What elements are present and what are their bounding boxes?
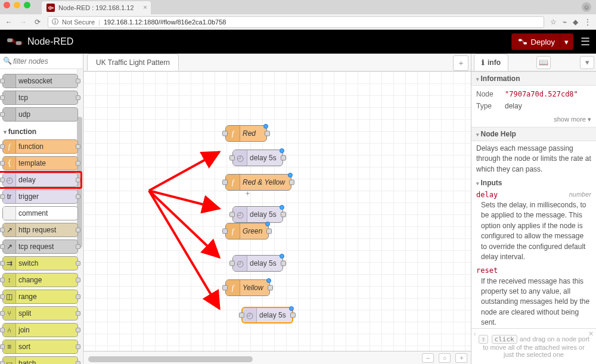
zoom-out-button[interactable]: −	[422, 353, 434, 363]
info-type-value: delay	[505, 100, 591, 112]
input-port[interactable]	[222, 285, 228, 291]
palette-category-function[interactable]: function	[4, 127, 78, 136]
output-port[interactable]	[281, 261, 286, 266]
app-title: Node-RED	[27, 36, 73, 47]
tip-line2: to move all of the attached wires or	[483, 344, 585, 351]
maximize-icon[interactable]	[24, 2, 30, 8]
palette-node-template[interactable]: {template	[2, 156, 78, 170]
omnibox-icon[interactable]: ⌁	[563, 18, 567, 26]
deploy-label: Deploy	[531, 38, 555, 46]
section-information[interactable]: Information	[471, 71, 596, 86]
palette-node-tcp[interactable]: tcp	[2, 91, 78, 105]
minimize-icon[interactable]	[14, 2, 20, 8]
deploy-caret-icon[interactable]: ▾	[560, 34, 573, 49]
star-icon[interactable]: ☆	[550, 18, 557, 26]
function-icon: f	[226, 126, 240, 141]
input-port[interactable]	[222, 180, 228, 185]
url-field[interactable]: ⓘ Not Secure | 192.168.1.12:1880/#flow/8…	[48, 16, 544, 28]
output-port[interactable]	[266, 229, 272, 234]
flow-node-green[interactable]: fGreen	[225, 223, 269, 239]
flow-node-red[interactable]: fRed	[225, 125, 267, 142]
flow-node-red-yellow[interactable]: fRed & Yellow	[225, 174, 291, 191]
⇉-icon: ⇉	[3, 257, 16, 270]
palette-filter-input[interactable]	[0, 54, 83, 69]
back-icon[interactable]: ←	[5, 18, 13, 26]
zoom-in-button[interactable]: ＋	[455, 353, 467, 363]
output-port[interactable]	[268, 285, 273, 291]
svg-line-4	[149, 152, 219, 191]
palette-node-sort[interactable]: ≡sort	[2, 340, 78, 354]
↗-icon: ↗	[3, 240, 16, 253]
input-port[interactable]	[239, 313, 244, 318]
flow-node-delay-5s[interactable]: delay 5s	[241, 307, 293, 323]
browser-tab[interactable]: ⟴ Node-RED : 192.168.1.12 ×	[42, 1, 151, 14]
macos-window-controls[interactable]	[4, 2, 30, 8]
palette-node-delay[interactable]: delay	[2, 173, 78, 187]
function-icon: f	[226, 175, 240, 190]
deploy-button[interactable]: Deploy ▾	[511, 33, 573, 50]
palette-node-switch[interactable]: ⇉switch	[2, 256, 78, 270]
reload-icon[interactable]: ⟳	[33, 18, 42, 26]
canvas-hscrollbar[interactable]	[88, 356, 387, 362]
tab-close-icon[interactable]: ×	[143, 4, 147, 11]
palette-node-range[interactable]: ◫range	[2, 290, 78, 304]
hamburger-menu-icon[interactable]: ☰	[581, 35, 590, 48]
app-header: Node-RED Deploy ▾ ☰	[0, 30, 596, 54]
prop-reset-desc: If the received message has this propert…	[476, 276, 591, 328]
input-port[interactable]	[229, 155, 235, 161]
changed-dot-icon	[280, 148, 284, 153]
add-node-hint-icon[interactable]: +	[246, 189, 250, 198]
changed-dot-icon	[266, 278, 271, 283]
palette-node-tcp-request[interactable]: ↗tcp request	[2, 239, 78, 254]
flow-tab[interactable]: UK Traffic Light Pattern	[87, 54, 179, 71]
input-port[interactable]	[222, 131, 228, 136]
svg-rect-1	[16, 41, 21, 45]
palette-node-comment[interactable]: comment	[2, 206, 78, 220]
palette-node-label: range	[18, 293, 37, 301]
palette-node-udp[interactable]: udp	[2, 107, 78, 122]
info-icon[interactable]: ⓘ	[52, 17, 58, 26]
function-icon: f	[226, 280, 240, 295]
zoom-reset-button[interactable]: ○	[439, 353, 451, 363]
tip-prev-icon[interactable]: ‹	[474, 330, 476, 337]
flow-node-delay-5s[interactable]: delay 5s	[232, 150, 283, 166]
input-port[interactable]	[229, 212, 235, 217]
palette-node-join[interactable]: ⑃join	[2, 323, 78, 337]
flow-node-delay-5s[interactable]: delay 5s	[232, 206, 283, 223]
tip-close-icon[interactable]: ✕	[588, 330, 594, 338]
output-port[interactable]	[290, 313, 296, 318]
extension-icon[interactable]: ◆	[573, 18, 578, 26]
show-more-link[interactable]: show more ▾	[471, 114, 596, 127]
websocket-icon	[3, 74, 16, 88]
output-port[interactable]	[281, 155, 286, 161]
palette-node-websocket[interactable]: websocket	[2, 74, 78, 88]
flow-canvas[interactable]: + − ○ ＋ fReddelay 5sfRed & Yellowdelay 5…	[83, 71, 471, 364]
sidebar-tab-info[interactable]: ℹ info	[474, 54, 508, 71]
section-node-help[interactable]: Node Help	[471, 127, 596, 141]
palette-node-change[interactable]: ↕change	[2, 273, 78, 287]
flow-node-delay-5s[interactable]: delay 5s	[232, 255, 283, 272]
◫-icon: ◫	[3, 290, 16, 303]
palette-filter: 🔍	[0, 54, 83, 69]
sidebar-tab-label: info	[488, 58, 501, 67]
info-tab-icon: ℹ	[482, 58, 485, 67]
palette-node-batch[interactable]: ▭batch	[2, 356, 78, 364]
profile-icon[interactable]: ☺	[582, 2, 591, 12]
palette-node-trigger[interactable]: trtrigger	[2, 189, 78, 204]
output-port[interactable]	[265, 131, 270, 136]
palette-node-function[interactable]: ffunction	[2, 139, 78, 154]
flow-node-label: delay 5s	[250, 259, 277, 267]
input-port[interactable]	[229, 261, 235, 266]
palette-node-split[interactable]: ⑂split	[2, 306, 78, 321]
close-icon[interactable]	[4, 2, 10, 8]
palette-node-label: split	[18, 309, 31, 318]
output-port[interactable]	[281, 212, 286, 217]
sidebar-book-button[interactable]: 📖	[536, 56, 551, 69]
output-port[interactable]	[289, 180, 294, 185]
browser-menu-icon[interactable]: ⋮	[584, 18, 591, 26]
palette-node-http-request[interactable]: ↗http request	[2, 223, 78, 237]
sidebar-dropdown-button[interactable]: ▾	[580, 56, 594, 69]
input-port[interactable]	[222, 229, 228, 234]
flow-node-yellow[interactable]: fYellow	[225, 279, 270, 296]
add-flow-button[interactable]: ＋	[453, 55, 468, 71]
